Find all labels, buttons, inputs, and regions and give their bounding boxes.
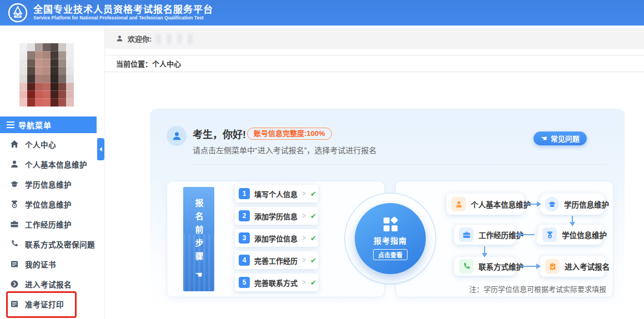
graduation-cap-icon bbox=[10, 180, 19, 189]
page: PTA 全国专业技术人员资格考试报名服务平台 Service Platform … bbox=[0, 0, 644, 319]
degree-medal-icon bbox=[10, 200, 19, 209]
pointing-hand-icon: ☚ bbox=[541, 135, 547, 142]
sidebar-item-degree-info[interactable]: 学位信息维护 bbox=[0, 195, 97, 214]
sidebar-item-basic-info[interactable]: 个人基本信息维护 bbox=[0, 155, 97, 174]
chevron-right-icon: > bbox=[302, 279, 306, 286]
faq-button-label: 常见问题 bbox=[551, 133, 580, 144]
svg-text:PTA: PTA bbox=[16, 16, 20, 18]
chevron-right-icon: > bbox=[302, 234, 306, 242]
flow-arrow-down-icon bbox=[484, 246, 485, 254]
home-icon bbox=[10, 140, 19, 149]
platform-title: 全国专业技术人员资格考试报名服务平台 bbox=[33, 4, 213, 16]
nav-menu-title: 导航菜单 bbox=[18, 119, 52, 130]
welcome-bar: 欢迎你: bbox=[105, 28, 644, 49]
check-icon: ✔ bbox=[310, 279, 316, 287]
sidebar-collapse-button[interactable] bbox=[97, 138, 104, 160]
flow-arrow-right-icon bbox=[525, 204, 537, 205]
chevron-right-icon: > bbox=[302, 190, 306, 198]
flow-node-degree-info[interactable]: 学位信息维护 bbox=[536, 225, 604, 245]
account-completeness-badge: 账号信息完整度:100% bbox=[247, 128, 332, 140]
step-item-contact-info[interactable]: 5 完善联系方式 > ✔ bbox=[235, 274, 318, 291]
platform-subtitle: Service Platform for National Profession… bbox=[33, 16, 213, 21]
clipboard-icon bbox=[549, 262, 557, 271]
chevron-right-icon: > bbox=[302, 256, 306, 264]
phone-icon bbox=[462, 262, 471, 271]
flow-note: 注：学历学位信息可根据考试实际要求填报 bbox=[444, 283, 606, 294]
user-icon bbox=[10, 160, 19, 169]
greeting-title: 考生，你好! bbox=[193, 126, 246, 141]
enter-exam-icon bbox=[10, 280, 19, 288]
step-item-work-history[interactable]: 4 完善工作经历 > ✔ bbox=[235, 251, 318, 269]
guide-title: 报考指南 bbox=[374, 235, 407, 246]
flow-arrow-left-icon bbox=[520, 234, 535, 235]
collapse-arrow-icon bbox=[99, 147, 102, 151]
welcome-user-icon bbox=[116, 35, 123, 42]
profile-photo bbox=[19, 43, 74, 107]
graduation-cap-icon bbox=[548, 200, 556, 209]
flow-node-contact-info[interactable]: 联系方式维护 bbox=[454, 257, 515, 276]
user-icon bbox=[455, 200, 463, 209]
check-icon: ✔ bbox=[310, 212, 316, 220]
briefcase-icon bbox=[10, 220, 19, 229]
hamburger-icon bbox=[7, 121, 14, 128]
step-item-personal-info[interactable]: 1 填写个人信息 > ✔ bbox=[235, 185, 318, 202]
faq-button[interactable]: ☚ 常见问题 bbox=[534, 131, 587, 145]
nav-menu-header[interactable]: 导航菜单 bbox=[0, 117, 97, 133]
sidebar-item-education-info[interactable]: 学历信息维护 bbox=[0, 175, 97, 194]
flow-arrow-down-icon bbox=[572, 216, 573, 222]
greeting-subtitle: 请点击左侧菜单中“进入考试报名”，选择考试进行报名 bbox=[193, 144, 376, 155]
welcome-user-name-redacted bbox=[156, 34, 194, 44]
flow-node-work-history[interactable]: 工作经历维护 bbox=[454, 225, 515, 245]
check-icon: ✔ bbox=[310, 256, 316, 265]
check-icon: ✔ bbox=[310, 190, 316, 198]
guide-grid-icon bbox=[383, 217, 398, 232]
sidebar-item-enter-exam-registration[interactable]: 进入考试报名 bbox=[0, 275, 97, 293]
sidebar-item-my-certificates[interactable]: 我的证书 bbox=[0, 255, 97, 274]
check-icon: ✔ bbox=[310, 234, 316, 242]
step-item-education-info[interactable]: 2 添加学历信息 > ✔ bbox=[235, 207, 318, 225]
flow-node-enter-exam[interactable]: 进入考试报名 bbox=[540, 256, 605, 277]
banner-hand-icon: ☚ bbox=[195, 270, 202, 280]
breadcrumb: 当前位置：个人中心 bbox=[105, 55, 644, 72]
sidebar-item-work-history[interactable]: 工作经历维护 bbox=[0, 215, 97, 234]
sidebar-item-contact-security[interactable]: 联系方式及密保问题 bbox=[0, 235, 97, 254]
avatar bbox=[167, 126, 187, 146]
step-item-degree-info[interactable]: 3 添加学位信息 > ✔ bbox=[235, 229, 318, 247]
degree-medal-icon bbox=[546, 231, 554, 239]
chevron-right-icon: > bbox=[302, 212, 306, 220]
welcome-label: 欢迎你: bbox=[128, 33, 152, 44]
flow-node-education-info[interactable]: 学历信息维护 bbox=[540, 194, 605, 215]
highlight-box-admission-print bbox=[6, 291, 77, 318]
guide-view-button[interactable]: 点击查看 bbox=[373, 249, 407, 260]
sidebar-item-personal-center[interactable]: 个人中心 bbox=[0, 135, 97, 154]
greeting-divider bbox=[193, 164, 605, 165]
flow-node-basic-info[interactable]: 个人基本信息维护 bbox=[446, 194, 524, 215]
certificate-icon bbox=[10, 260, 19, 269]
platform-logo-icon: PTA bbox=[8, 3, 28, 23]
steps-banner: 报名前步骤 ☚ bbox=[183, 187, 214, 291]
steps-banner-label: 报名前步骤 bbox=[193, 199, 205, 265]
avatar-person-icon bbox=[172, 131, 182, 141]
phone-icon bbox=[10, 240, 19, 249]
briefcase-icon bbox=[462, 231, 471, 239]
app-header: PTA 全国专业技术人员资格考试报名服务平台 Service Platform … bbox=[0, 0, 644, 26]
exam-guide-button[interactable]: 报考指南 点击查看 bbox=[355, 203, 426, 274]
breadcrumb-label: 当前位置：个人中心 bbox=[116, 58, 181, 69]
flow-arrow-right-icon bbox=[520, 266, 537, 267]
